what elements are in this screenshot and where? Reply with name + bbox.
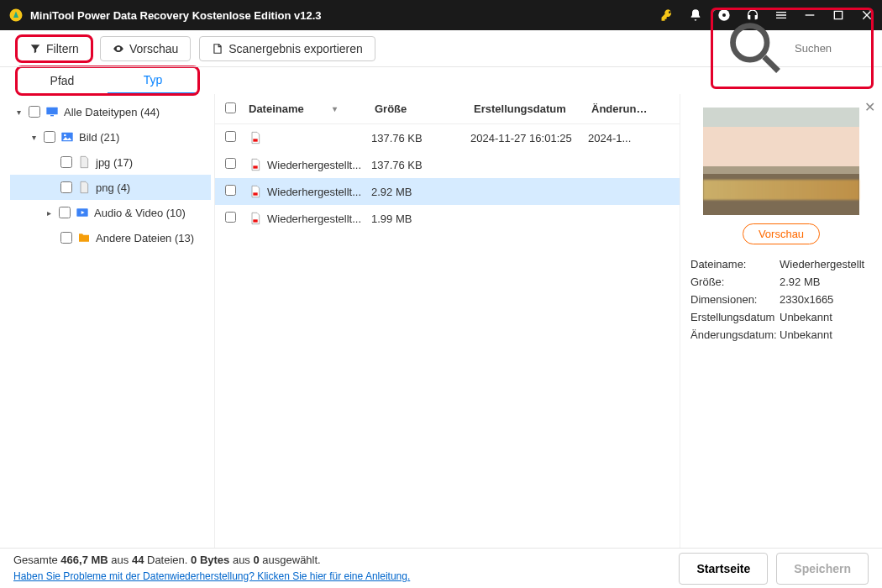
cell-name: Wiederhergestellt... bbox=[267, 213, 371, 225]
export-icon bbox=[212, 43, 223, 55]
tree-other[interactable]: Andere Dateien (13) bbox=[10, 225, 211, 250]
checkbox[interactable] bbox=[225, 212, 236, 223]
results-table: Dateiname▾ Größe Erstellungsdatum Änderu… bbox=[215, 94, 680, 548]
tree-image[interactable]: ▾ Bild (21) bbox=[10, 124, 211, 150]
checkbox-all[interactable] bbox=[225, 102, 236, 113]
col-created[interactable]: Erstellungsdatum bbox=[474, 102, 591, 115]
preview-button[interactable]: Vorschau bbox=[743, 223, 820, 244]
window-title: MiniTool Power Data Recovery Kostenlose … bbox=[30, 9, 660, 22]
tree-label: Alle Dateitypen (44) bbox=[64, 106, 160, 118]
tree-jpg[interactable]: jpg (17) bbox=[10, 150, 211, 175]
file-icon bbox=[249, 212, 262, 225]
cell-size: 2.92 MB bbox=[371, 186, 470, 198]
close-icon[interactable]: ✕ bbox=[864, 99, 875, 115]
meta-value: Unbekannt bbox=[780, 328, 832, 341]
checkbox[interactable] bbox=[59, 207, 71, 218]
filter-button[interactable]: Filtern bbox=[17, 36, 92, 61]
checkbox[interactable] bbox=[44, 131, 55, 143]
footer: Gesamte 466,7 MB aus 44 Dateien. 0 Bytes… bbox=[0, 548, 882, 588]
meta-label: Größe: bbox=[690, 276, 780, 288]
sort-icon: ▾ bbox=[333, 104, 337, 113]
home-button[interactable]: Startseite bbox=[679, 553, 768, 585]
tree-av[interactable]: ▸ Audio & Video (10) bbox=[10, 200, 211, 225]
main-area: ▾ Alle Dateitypen (44) ▾ Bild (21) jpg (… bbox=[0, 94, 882, 548]
svg-rect-5 bbox=[50, 115, 54, 116]
meta-value: 2.92 MB bbox=[780, 276, 820, 288]
tab-type[interactable]: Typ bbox=[108, 67, 198, 94]
checkbox[interactable] bbox=[60, 181, 72, 193]
tree-label: jpg (17) bbox=[96, 156, 133, 169]
checkbox[interactable] bbox=[225, 158, 236, 169]
cell-name: Wiederhergestellt... bbox=[267, 186, 371, 198]
bell-icon[interactable] bbox=[689, 8, 702, 22]
chevron-down-icon[interactable]: ▾ bbox=[13, 108, 24, 117]
key-icon[interactable] bbox=[660, 8, 674, 22]
search-box[interactable] bbox=[712, 9, 872, 87]
table-row[interactable]: Wiederhergestellt...1.99 MB bbox=[215, 205, 680, 232]
meta-label: Erstellungsdatum bbox=[690, 311, 780, 323]
checkbox[interactable] bbox=[225, 185, 236, 196]
checkbox[interactable] bbox=[29, 106, 40, 118]
tree-label: Audio & Video (10) bbox=[94, 207, 186, 219]
preview-button[interactable]: Vorschau bbox=[100, 36, 191, 61]
svg-rect-11 bbox=[253, 192, 257, 195]
table-header: Dateiname▾ Größe Erstellungsdatum Änderu… bbox=[215, 94, 680, 124]
svg-point-3 bbox=[733, 26, 768, 60]
meta-label: Änderungsdatum: bbox=[690, 328, 780, 341]
save-button[interactable]: Speichern bbox=[776, 553, 869, 585]
export-label: Scanergebnis exportieren bbox=[228, 42, 363, 55]
table-row[interactable]: Wiederhergestellt...2.92 MB bbox=[215, 178, 680, 205]
meta-value: Unbekannt bbox=[780, 311, 832, 323]
cell-size: 1.99 MB bbox=[371, 213, 470, 225]
meta-label: Dimensionen: bbox=[690, 293, 780, 306]
cell-size: 137.76 KB bbox=[371, 132, 470, 144]
image-icon bbox=[60, 130, 74, 144]
cell-created: 2024-11-27 16:01:25 bbox=[470, 132, 588, 144]
chevron-down-icon[interactable]: ▾ bbox=[29, 133, 39, 142]
footer-info: Gesamte 466,7 MB aus 44 Dateien. 0 Bytes… bbox=[13, 553, 670, 583]
cell-name: Wiederhergestellt... bbox=[267, 159, 371, 171]
search-input[interactable] bbox=[795, 42, 863, 55]
table-row[interactable]: 137.76 KB2024-11-27 16:01:252024-1... bbox=[215, 124, 680, 151]
video-icon bbox=[76, 206, 89, 219]
checkbox[interactable] bbox=[60, 232, 72, 244]
file-icon bbox=[249, 185, 262, 198]
chevron-right-icon[interactable]: ▸ bbox=[44, 208, 54, 218]
checkbox[interactable] bbox=[225, 131, 236, 142]
file-icon bbox=[249, 131, 262, 144]
preview-label: Vorschau bbox=[129, 42, 178, 55]
app-logo-icon bbox=[8, 8, 24, 23]
file-icon bbox=[77, 155, 91, 169]
monitor-icon bbox=[45, 105, 59, 118]
tree-png[interactable]: png (4) bbox=[10, 175, 211, 200]
tree-all[interactable]: ▾ Alle Dateitypen (44) bbox=[10, 99, 211, 124]
tree-label: Bild (21) bbox=[79, 131, 119, 144]
svg-rect-4 bbox=[46, 108, 57, 115]
sidebar-tree: ▾ Alle Dateitypen (44) ▾ Bild (21) jpg (… bbox=[0, 94, 215, 548]
folder-icon bbox=[77, 231, 91, 244]
meta-value: Wiederhergestellt bbox=[780, 258, 864, 270]
file-icon bbox=[249, 158, 262, 171]
funnel-icon bbox=[29, 43, 41, 55]
tree-tabs: Pfad Typ bbox=[17, 67, 198, 94]
help-link[interactable]: Haben Sie Probleme mit der Datenwiederhe… bbox=[13, 570, 410, 582]
detail-panel: ✕ Vorschau Dateiname:Wiederhergestellt G… bbox=[680, 94, 882, 548]
toolbar: Filtern Vorschau Scanergebnis exportiere… bbox=[0, 30, 882, 67]
eye-icon bbox=[113, 43, 124, 55]
preview-thumbnail bbox=[703, 108, 859, 215]
meta-label: Dateiname: bbox=[690, 258, 780, 270]
tree-label: png (4) bbox=[96, 181, 130, 194]
table-row[interactable]: Wiederhergestellt...137.76 KB bbox=[215, 151, 680, 178]
tab-path[interactable]: Pfad bbox=[17, 67, 108, 94]
search-icon bbox=[722, 14, 790, 82]
tree-label: Andere Dateien (13) bbox=[96, 232, 194, 244]
cell-modified: 2024-1... bbox=[588, 132, 647, 144]
filter-label: Filtern bbox=[46, 42, 79, 55]
svg-rect-10 bbox=[253, 165, 257, 168]
col-name[interactable]: Dateiname▾ bbox=[249, 102, 375, 115]
svg-rect-9 bbox=[253, 139, 257, 141]
col-size[interactable]: Größe bbox=[375, 102, 474, 115]
checkbox[interactable] bbox=[60, 156, 72, 168]
col-modified[interactable]: Änderungsd bbox=[591, 102, 650, 115]
export-button[interactable]: Scanergebnis exportieren bbox=[199, 36, 375, 61]
